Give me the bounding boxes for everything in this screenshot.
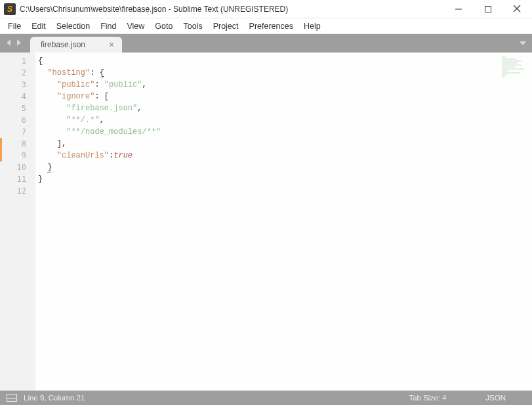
token: true xyxy=(113,151,133,160)
line-number: 1 xyxy=(0,55,35,67)
svg-rect-7 xyxy=(7,394,17,402)
code-line[interactable]: } xyxy=(35,173,532,185)
code-line[interactable]: "**/.*", xyxy=(35,114,532,126)
token: "hosting" xyxy=(47,68,90,77)
menu-item-tools[interactable]: Tools xyxy=(178,20,207,33)
line-number: 12 xyxy=(0,185,35,197)
token: "**/node_modules/**" xyxy=(66,127,161,137)
tab-next-icon[interactable] xyxy=(16,37,22,49)
token xyxy=(38,104,66,113)
svg-marker-4 xyxy=(7,39,10,46)
line-number: 6 xyxy=(0,114,35,126)
token xyxy=(38,92,57,101)
token: : xyxy=(90,68,99,77)
tab-close-icon[interactable]: × xyxy=(109,39,114,50)
title-bar: S C:\Users\Chrisunum\website\firebase.js… xyxy=(0,0,532,18)
token: : xyxy=(94,80,104,89)
status-bar: Line 9, Column 21 Tab Size: 4 JSON xyxy=(0,391,532,405)
window-controls xyxy=(443,0,532,18)
svg-rect-1 xyxy=(485,6,491,12)
menu-bar: FileEditSelectionFindViewGotoToolsProjec… xyxy=(0,18,532,34)
menu-item-preferences[interactable]: Preferences xyxy=(244,20,298,33)
window-title: C:\Users\Chrisunum\website\firebase.json… xyxy=(20,5,288,14)
modified-marker xyxy=(0,150,2,161)
svg-marker-5 xyxy=(17,39,21,46)
code-line[interactable]: "public": "public", xyxy=(35,79,532,91)
token: ], xyxy=(38,139,66,148)
token: , xyxy=(142,80,146,89)
code-line[interactable]: "hosting": { xyxy=(35,67,532,79)
token xyxy=(38,116,66,125)
menu-item-find[interactable]: Find xyxy=(95,20,121,33)
line-number: 11 xyxy=(0,173,35,185)
app-icon: S xyxy=(4,3,16,15)
token: "cleanUrls" xyxy=(57,151,109,160)
menu-item-selection[interactable]: Selection xyxy=(51,20,95,33)
modified-marker xyxy=(0,138,2,150)
token: "ignore" xyxy=(57,92,95,101)
token: : [ xyxy=(94,92,109,101)
menu-item-edit[interactable]: Edit xyxy=(26,20,51,33)
line-number: 2 xyxy=(0,67,35,79)
line-number: 5 xyxy=(0,102,35,114)
token xyxy=(38,80,57,89)
line-number: 4 xyxy=(0,91,35,102)
line-number: 7 xyxy=(0,126,35,138)
code-line[interactable]: "cleanUrls":true xyxy=(35,150,532,161)
line-number: 3 xyxy=(0,79,35,91)
token: } xyxy=(38,175,43,184)
token xyxy=(38,127,66,137)
tab-overflow-icon[interactable] xyxy=(519,38,527,50)
token: "**/.*" xyxy=(66,116,99,125)
status-cursor[interactable]: Line 9, Column 21 xyxy=(24,394,85,402)
menu-item-project[interactable]: Project xyxy=(208,20,244,33)
code-line[interactable] xyxy=(35,185,532,197)
code-line[interactable]: } xyxy=(35,161,532,173)
token: "public" xyxy=(57,80,95,89)
code-line[interactable]: "firebase.json", xyxy=(35,102,532,114)
code-line[interactable]: "ignore": [ xyxy=(35,91,532,102)
line-number: 8 xyxy=(0,138,35,150)
token: "firebase.json" xyxy=(66,104,137,113)
maximize-button[interactable] xyxy=(473,0,502,18)
tab-nav-arrows xyxy=(0,34,28,53)
token: , xyxy=(137,104,142,113)
tab-bar: firebase.json × xyxy=(0,34,532,53)
token: } xyxy=(47,163,52,173)
menu-item-view[interactable]: View xyxy=(121,20,150,33)
token xyxy=(38,163,47,172)
tab-active[interactable]: firebase.json × xyxy=(30,37,122,53)
gutter: 123456789101112 xyxy=(0,53,35,391)
tab-label: firebase.json xyxy=(41,40,85,49)
line-number: 10 xyxy=(0,161,35,173)
token: { xyxy=(100,68,104,78)
status-syntax[interactable]: JSON xyxy=(485,394,506,402)
minimap[interactable] xyxy=(502,56,528,96)
code-line[interactable]: { xyxy=(35,55,532,67)
token: , xyxy=(100,116,104,125)
token: { xyxy=(38,56,43,66)
panel-switcher-icon[interactable] xyxy=(7,394,17,402)
menu-item-file[interactable]: File xyxy=(3,20,26,33)
line-number: 9 xyxy=(0,150,35,161)
svg-marker-6 xyxy=(520,41,526,45)
menu-item-goto[interactable]: Goto xyxy=(150,20,178,33)
minimize-button[interactable] xyxy=(443,0,473,18)
close-button[interactable] xyxy=(502,0,532,18)
editor-area[interactable]: 123456789101112 { "hosting": { "public":… xyxy=(0,53,532,391)
code-area[interactable]: { "hosting": { "public": "public", "igno… xyxy=(35,53,532,391)
menu-item-help[interactable]: Help xyxy=(298,20,326,33)
token xyxy=(38,151,57,160)
code-line[interactable]: "**/node_modules/**" xyxy=(35,126,532,138)
tab-prev-icon[interactable] xyxy=(5,37,12,49)
code-line[interactable]: ], xyxy=(35,138,532,150)
status-tab-size[interactable]: Tab Size: 4 xyxy=(409,394,446,402)
token xyxy=(38,68,47,77)
token: "public" xyxy=(104,80,142,89)
